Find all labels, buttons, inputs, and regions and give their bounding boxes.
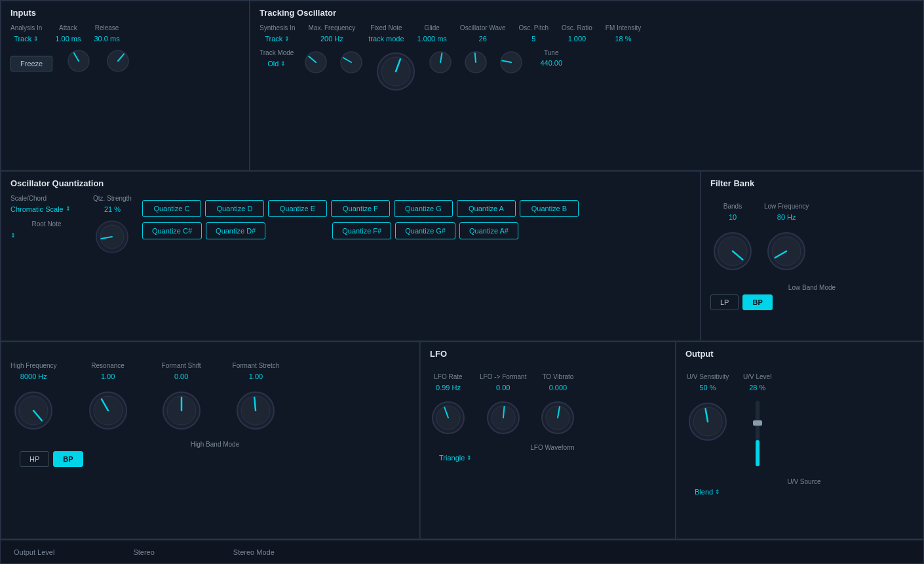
uv-sensitivity-knob[interactable] [685,399,730,444]
analysis-in-dropdown[interactable]: Track ⇕ [14,35,39,43]
high-freq-label: High Frequency [10,362,57,370]
track-mode-group: Track Mode Old ⇕ [260,49,294,68]
glide-value: 1.000 ms [417,35,447,43]
lfo-formant-knob[interactable] [485,399,522,436]
formant-shift-value: 0.00 [174,373,188,380]
bands-label: Bands [723,203,742,211]
quantize-e-button[interactable]: Quantize E [268,200,327,217]
osc-pitch-knob[interactable] [427,49,453,75]
root-note-dropdown[interactable]: ⇕ [10,232,83,239]
max-freq-value: 200 Hz [320,35,343,43]
stereo-footer: Stereo [133,548,154,556]
formant-stretch-knob[interactable] [233,388,278,433]
quantize-fsharp-button[interactable]: Quantize F# [332,222,391,239]
filter-bank-title: Filter Bank [710,178,914,188]
uv-source-dropdown[interactable]: Blend ⇕ [695,488,914,496]
track-mode-dropdown[interactable]: Old ⇕ [267,60,286,68]
low-band-mode-section: Low Band Mode LP BP [710,284,914,310]
low-freq-knob[interactable] [764,229,809,273]
attack-group: Attack 1.00 ms [55,24,81,43]
bands-group: Bands 10 [710,203,755,273]
quantize-d-button[interactable]: Quantize D [205,200,264,217]
max-freq-label: Max. Frequency [308,24,355,32]
attack-knob[interactable] [66,48,92,74]
hp-button[interactable]: HP [20,451,49,467]
freeze-button[interactable]: Freeze [10,56,52,71]
lfo-rate-knob[interactable] [430,399,467,436]
resonance-knob[interactable] [86,388,130,433]
osc-ratio-value: 1.000 [568,35,587,43]
uv-level-value: 28 % [749,384,765,392]
attack-value: 1.00 ms [55,35,81,43]
max-freq-knob[interactable] [303,49,329,75]
scale-chord-dropdown[interactable]: Chromatic Scale ⇕ [10,205,83,214]
low-freq-label: Low Frequency [764,203,809,211]
qbtn-row2: Quantize C# Quantize D# Quantize F# Quan… [142,222,579,239]
to-vibrato-value: 0.000 [549,384,568,392]
osc-wave-group: Oscillator Wave 26 [460,24,506,43]
uv-level-slider[interactable] [756,401,760,466]
bands-knob[interactable] [710,229,755,273]
to-vibrato-label: TO Vibrato [542,373,573,381]
quantize-c-button[interactable]: Quantize C [142,200,201,217]
lfo-rate-value: 0.99 Hz [436,384,461,392]
low-freq-group: Low Frequency 80 Hz [764,203,809,273]
fm-intensity-label: FM Intensity [606,24,641,32]
osc-wave-value: 26 [479,35,487,43]
fixed-note-label: Fixed Note [370,24,402,32]
lfo-formant-label: LFO -> Formant [480,373,526,381]
synthesis-in-dropdown[interactable]: Track ⇕ [265,35,290,43]
tracking-title: Tracking Oscillator [260,8,914,18]
low-band-mode-buttons: LP BP [710,294,914,310]
release-knob[interactable] [105,48,131,74]
osc-wave-knob[interactable] [374,49,418,94]
tune-group: Tune 440.00 [540,49,562,67]
synthesis-in-group: Synthesis In Track ⇕ [260,24,295,43]
fm-intensity-knob[interactable] [498,49,524,75]
quantize-buttons: Quantize C Quantize D Quantize E Quantiz… [142,200,579,239]
quantize-dsharp-button[interactable]: Quantize D# [206,222,265,239]
release-group: Release 30.0 ms [94,24,120,43]
analysis-in-group: Analysis In Track ⇕ [10,24,42,43]
bands-value: 10 [729,213,737,221]
scale-chord-label: Scale/Chord [10,195,83,202]
track-mode-arrow: ⇕ [280,60,286,67]
lp-button[interactable]: LP [710,294,739,310]
high-freq-knob[interactable] [11,388,56,433]
quantize-b-button[interactable]: Quantize B [520,200,579,217]
uv-source-arrow: ⇕ [715,489,720,495]
lfo-formant-value: 0.00 [496,384,510,392]
formant-shift-knob[interactable] [159,388,204,433]
glide-knob[interactable] [338,49,364,75]
bp-button-high[interactable]: BP [53,451,83,467]
quantize-asharp-button[interactable]: Quantize A# [459,222,518,239]
fm-intensity-value: 18 % [615,35,631,43]
release-label: Release [95,24,119,32]
max-freq-group: Max. Frequency 200 Hz [308,24,355,43]
fixed-note-value: track mode [368,35,404,43]
synthesis-in-label: Synthesis In [260,24,295,32]
resonance-value: 1.00 [101,373,115,380]
qtz-strength-value: 21 % [104,205,121,213]
bp-button-filter[interactable]: BP [742,294,772,310]
analysis-in-arrow: ⇕ [33,35,39,42]
quantize-csharp-button[interactable]: Quantize C# [142,222,202,239]
qtz-strength-knob[interactable] [94,218,130,255]
osc-ratio-knob[interactable] [463,49,489,75]
uv-level-label: U/V Level [743,373,771,381]
stereo-mode-footer: Stereo Mode [233,548,275,556]
quantize-f-button[interactable]: Quantize F [331,200,390,217]
qtz-strength-label: Qtz. Strength [93,195,132,203]
high-band-mode-buttons: HP BP [20,451,410,467]
lfo-waveform-dropdown[interactable]: Triangle ⇕ [439,454,666,462]
quantize-a-button[interactable]: Quantize A [457,200,516,217]
quantize-gsharp-button[interactable]: Quantize G# [395,222,455,239]
osc-quant-title: Oscillator Quantization [10,178,691,188]
glide-label: Glide [425,24,440,32]
to-vibrato-knob[interactable] [539,399,576,436]
quantize-g-button[interactable]: Quantize G [394,200,453,217]
osc-wave-label: Oscillator Wave [460,24,506,32]
osc-pitch-group: Osc. Pitch 5 [519,24,549,43]
high-band-mode-label: High Band Mode [20,441,410,449]
analysis-in-label: Analysis In [10,24,42,32]
